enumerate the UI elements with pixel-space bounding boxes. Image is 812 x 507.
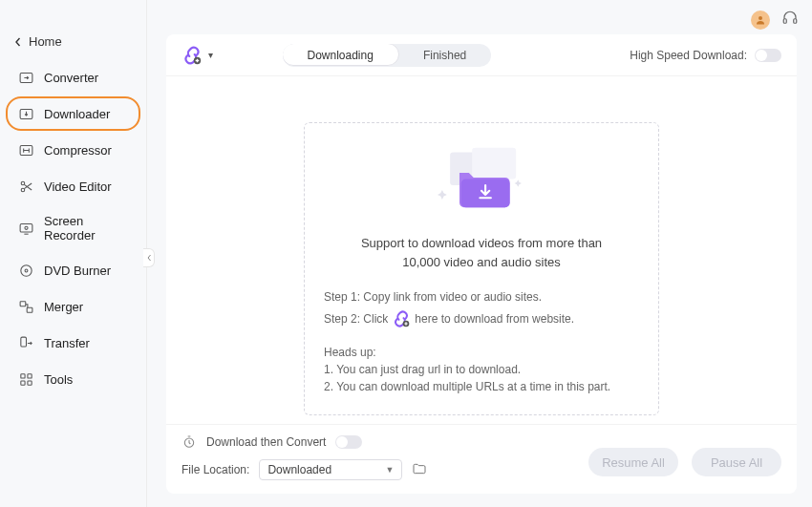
sidebar-item-label: Screen Recorder — [44, 214, 129, 243]
link-plus-icon[interactable] — [392, 309, 411, 328]
heads-up-2: 2. You can download multiple URLs at a t… — [324, 378, 639, 395]
home-label: Home — [29, 34, 62, 49]
svg-point-7 — [21, 188, 25, 192]
sidebar-collapse-handle[interactable] — [143, 248, 155, 267]
chevron-left-icon — [13, 37, 23, 47]
account-avatar[interactable] — [751, 11, 770, 30]
step-1-text: Step 1: Copy link from video or audio si… — [324, 290, 639, 304]
sidebar-item-label: Tools — [44, 372, 73, 387]
svg-rect-21 — [472, 148, 516, 180]
svg-rect-14 — [20, 337, 26, 347]
chevron-down-icon: ▾ — [208, 50, 213, 60]
footer: Download then Convert File Location: Dow… — [166, 424, 797, 494]
step-2-row: Step 2: Click here to download from webs… — [324, 309, 639, 328]
converter-icon — [17, 69, 34, 86]
sidebar: Home Converter Downloader Compressor Vid… — [0, 0, 147, 507]
download-then-convert-label: Download then Convert — [206, 435, 326, 449]
downloader-icon — [17, 105, 34, 122]
resume-all-button[interactable]: Resume All — [588, 448, 678, 476]
link-plus-icon — [182, 45, 203, 66]
svg-point-11 — [25, 269, 28, 272]
add-link-button[interactable]: ▾ — [182, 45, 213, 66]
sidebar-item-tools[interactable]: Tools — [6, 362, 140, 396]
sidebar-item-transfer[interactable]: Transfer — [6, 326, 140, 360]
step-2-text-b: here to download from website. — [415, 312, 574, 326]
compressor-icon — [17, 141, 34, 158]
file-location-value: Downloaded — [267, 463, 331, 476]
high-speed-toggle[interactable] — [755, 49, 781, 62]
file-location-label: File Location: — [182, 463, 249, 476]
pause-all-button[interactable]: Pause All — [692, 448, 781, 476]
high-speed-control: High Speed Download: — [630, 49, 781, 62]
svg-rect-16 — [27, 373, 31, 377]
merger-icon — [17, 298, 34, 315]
sidebar-item-compressor[interactable]: Compressor — [6, 133, 140, 167]
heads-up-1: 1. You can just drag url in to download. — [324, 361, 639, 378]
svg-rect-2 — [794, 19, 797, 24]
sidebar-item-screen-recorder[interactable]: Screen Recorder — [6, 205, 140, 251]
sidebar-item-label: Merger — [44, 300, 83, 314]
high-speed-label: High Speed Download: — [630, 49, 747, 62]
sidebar-item-label: Video Editor — [44, 180, 112, 194]
sidebar-item-label: Converter — [44, 71, 98, 85]
svg-rect-1 — [783, 19, 786, 24]
sidebar-item-video-editor[interactable]: Video Editor — [6, 169, 140, 203]
chevron-down-icon: ▼ — [385, 465, 394, 475]
svg-rect-17 — [20, 380, 24, 384]
sidebar-item-label: Downloader — [44, 107, 110, 121]
svg-rect-13 — [27, 307, 32, 312]
folder-illustration — [324, 146, 639, 217]
sidebar-item-dvd-burner[interactable]: DVD Burner — [6, 253, 140, 287]
headset-icon — [781, 10, 799, 27]
svg-point-10 — [20, 264, 31, 275]
chevron-left-icon — [146, 254, 152, 262]
drop-title: Support to download videos from more tha… — [324, 234, 639, 271]
screen-recorder-icon — [17, 220, 34, 237]
svg-rect-8 — [20, 223, 32, 232]
sidebar-item-label: Transfer — [44, 336, 90, 350]
clock-icon — [182, 434, 197, 450]
sidebar-item-label: DVD Burner — [44, 264, 111, 278]
sidebar-item-converter[interactable]: Converter — [6, 60, 140, 95]
svg-rect-12 — [20, 301, 26, 306]
sidebar-item-label: Compressor — [44, 143, 112, 158]
top-right-controls — [751, 10, 799, 31]
support-button[interactable] — [781, 10, 799, 31]
svg-point-6 — [21, 181, 25, 185]
open-folder-button[interactable] — [412, 461, 427, 479]
main-panel: ▾ Downloading Finished High Speed Downlo… — [166, 34, 797, 494]
folder-icon — [412, 461, 427, 476]
svg-point-0 — [759, 16, 762, 20]
disc-icon — [17, 262, 34, 279]
tools-icon — [17, 370, 34, 388]
svg-point-9 — [24, 226, 27, 229]
tab-finished[interactable]: Finished — [398, 44, 491, 67]
step-2-text-a: Step 2: Click — [324, 312, 388, 326]
tab-segment: Downloading Finished — [283, 44, 492, 67]
user-icon — [755, 14, 766, 26]
home-back-row[interactable]: Home — [0, 29, 146, 58]
transfer-icon — [17, 334, 34, 351]
file-location-select[interactable]: Downloaded ▼ — [259, 459, 402, 480]
svg-rect-18 — [27, 380, 31, 384]
download-then-convert-toggle[interactable] — [335, 435, 362, 449]
heads-up-label: Heads up: — [324, 344, 639, 361]
sidebar-item-merger[interactable]: Merger — [6, 289, 140, 324]
scissors-icon — [17, 178, 34, 195]
main-header: ▾ Downloading Finished High Speed Downlo… — [166, 34, 797, 76]
tab-downloading[interactable]: Downloading — [283, 44, 399, 66]
sidebar-item-downloader[interactable]: Downloader — [6, 96, 140, 131]
drop-area[interactable]: Support to download videos from more tha… — [304, 122, 659, 415]
svg-rect-15 — [20, 373, 24, 377]
